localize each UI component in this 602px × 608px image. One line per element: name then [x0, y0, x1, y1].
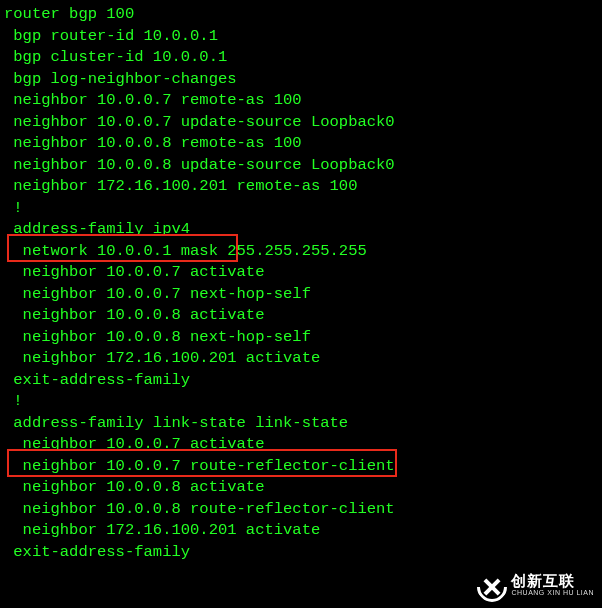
watermark-pinyin: CHUANG XIN HU LIAN: [511, 587, 594, 599]
watermark: 创新互联 CHUANG XIN HU LIAN: [477, 572, 594, 602]
terminal-output: router bgp 100 bgp router-id 10.0.0.1 bg…: [0, 0, 602, 563]
watermark-text: 创新互联 CHUANG XIN HU LIAN: [511, 575, 594, 599]
watermark-zh: 创新互联: [511, 575, 594, 587]
watermark-logo-icon: [477, 572, 507, 602]
